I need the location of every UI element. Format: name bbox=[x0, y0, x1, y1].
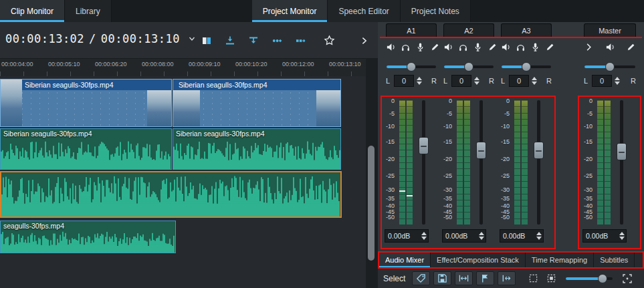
channel-tab[interactable]: A2 bbox=[443, 23, 494, 37]
pan-spinner[interactable] bbox=[417, 77, 422, 85]
place-zone-icon[interactable] bbox=[247, 35, 259, 47]
zoom-selection-icon[interactable] bbox=[526, 271, 540, 285]
monitor-headphones-icon[interactable] bbox=[458, 42, 468, 52]
timeline-ruler[interactable]: 00:00:04:0000:00:05:1000:00:06:2000:00:0… bbox=[0, 59, 366, 76]
pan-spinner[interactable] bbox=[474, 77, 479, 85]
chevron-down-icon[interactable] bbox=[188, 35, 196, 43]
timeline-vertical-scrollbar[interactable] bbox=[366, 59, 378, 288]
gain-box[interactable]: 0.00dB bbox=[442, 229, 486, 243]
pan-knob[interactable] bbox=[464, 62, 473, 71]
audio-clip-selected[interactable] bbox=[0, 171, 342, 218]
db-scale: 0-5-10-15-20-25-30-35-40-45-50 bbox=[498, 98, 511, 229]
record-mic-icon[interactable] bbox=[473, 42, 483, 52]
clip-title: Siberian seagulls-30fps.mp4 bbox=[1, 80, 171, 90]
db-scale-label: 0 bbox=[506, 98, 510, 104]
edit-mode-label[interactable]: Select bbox=[383, 274, 405, 283]
monitor-headphones-icon[interactable] bbox=[516, 42, 526, 52]
volume-fader[interactable] bbox=[537, 100, 540, 225]
volume-fader[interactable] bbox=[620, 100, 623, 225]
tab-audio-mixer[interactable]: Audio Mixer bbox=[379, 253, 431, 267]
tab-clip-monitor[interactable]: Clip Monitor bbox=[0, 0, 65, 22]
gain-box[interactable]: 0.00dB bbox=[385, 229, 429, 243]
fader-handle[interactable] bbox=[476, 142, 486, 159]
tab-effect-composition-stack[interactable]: Effect/Composition Stack bbox=[431, 253, 526, 267]
chevron-right-icon[interactable] bbox=[358, 35, 370, 47]
gain-spinner[interactable] bbox=[536, 232, 542, 240]
save-icon[interactable] bbox=[433, 271, 451, 285]
fader-handle[interactable] bbox=[534, 142, 544, 159]
overwrite-zone-icon[interactable] bbox=[294, 35, 306, 47]
pan-value[interactable]: 0 bbox=[451, 75, 471, 87]
pan-slider[interactable] bbox=[502, 62, 551, 71]
channel-tab[interactable]: Master bbox=[584, 23, 636, 37]
mute-icon[interactable] bbox=[501, 42, 511, 52]
video-clip[interactable]: Siberian seagulls-30fps.mp4 bbox=[173, 79, 341, 127]
tag-icon[interactable] bbox=[412, 271, 430, 285]
collapse-chevron-icon[interactable] bbox=[584, 42, 594, 52]
pan-value[interactable]: 0 bbox=[394, 75, 414, 87]
pan-slider[interactable] bbox=[584, 62, 635, 71]
mix-clips-icon[interactable] bbox=[201, 35, 213, 47]
pan-value[interactable]: 0 bbox=[592, 75, 612, 87]
audio-clip[interactable]: Siberian seagulls-30fps.mp4 bbox=[0, 128, 172, 170]
gain-spinner[interactable] bbox=[619, 232, 625, 240]
tab-project-notes[interactable]: Project Notes bbox=[401, 0, 471, 22]
tab-project-monitor[interactable]: Project Monitor bbox=[252, 0, 328, 22]
spacer-resize-icon[interactable] bbox=[455, 271, 473, 285]
timecode-display[interactable]: 00:00:13:02 / 00:00:13:10 bbox=[5, 32, 196, 45]
zoom-slider[interactable] bbox=[566, 274, 613, 283]
meter-bar-right bbox=[605, 100, 611, 225]
video-clip[interactable]: Siberian seagulls-30fps.mp4 bbox=[0, 79, 172, 127]
tab-time-remapping[interactable]: Time Remapping bbox=[526, 253, 594, 267]
clip-title: Siberian seagulls-30fps.mp4 bbox=[173, 80, 340, 90]
insert-zone-icon[interactable] bbox=[224, 35, 236, 47]
tab-subtitles[interactable]: Subtitles bbox=[594, 253, 635, 267]
effects-pen-icon[interactable] bbox=[488, 42, 498, 52]
pan-value[interactable]: 0 bbox=[509, 75, 529, 87]
record-mic-icon[interactable] bbox=[415, 42, 425, 52]
pan-left-label: L bbox=[501, 77, 505, 85]
channel-tab[interactable]: A3 bbox=[501, 23, 552, 37]
gain-box[interactable]: 0.00dB bbox=[582, 229, 627, 243]
fader-handle[interactable] bbox=[419, 137, 429, 154]
zoom-fit-icon[interactable] bbox=[544, 271, 558, 285]
effects-pen-icon[interactable] bbox=[430, 42, 440, 52]
gain-spinner[interactable] bbox=[479, 232, 484, 240]
fit-zoom-icon[interactable] bbox=[620, 271, 635, 285]
scrollbar-thumb[interactable] bbox=[368, 146, 374, 261]
pan-spinner[interactable] bbox=[532, 77, 537, 85]
mute-icon[interactable] bbox=[386, 42, 396, 52]
ruler-labels: 00:00:04:0000:00:05:1000:00:06:2000:00:0… bbox=[0, 59, 366, 67]
gain-spinner[interactable] bbox=[421, 232, 427, 240]
mute-icon[interactable] bbox=[605, 42, 615, 52]
tab-speech-editor[interactable]: Speech Editor bbox=[328, 0, 400, 22]
pan-knob[interactable] bbox=[605, 62, 615, 71]
audio-clip[interactable]: seagulls-30fps.mp4 bbox=[0, 221, 176, 253]
volume-fader[interactable] bbox=[479, 100, 483, 225]
volume-fader[interactable] bbox=[422, 100, 425, 225]
extract-zone-icon[interactable] bbox=[271, 35, 283, 47]
monitor-headphones-icon[interactable] bbox=[401, 42, 411, 52]
audio-clip[interactable]: Siberian seagulls-30fps.mp4 bbox=[173, 128, 341, 170]
marker-flag-icon[interactable] bbox=[476, 271, 494, 285]
effects-pen-icon[interactable] bbox=[545, 42, 555, 52]
pan-knob[interactable] bbox=[522, 62, 531, 71]
effects-pen-icon[interactable] bbox=[626, 42, 636, 52]
pan-spinner[interactable] bbox=[615, 77, 620, 85]
pan-right-label: R bbox=[489, 77, 494, 85]
fader-handle[interactable] bbox=[617, 143, 627, 160]
zoom-knob[interactable] bbox=[598, 274, 607, 283]
db-scale-label: -20 bbox=[386, 156, 395, 162]
favorite-star-icon[interactable] bbox=[323, 35, 335, 47]
timeline-tracks[interactable]: Siberian seagulls-30fps.mp4 Siberian sea… bbox=[0, 76, 366, 288]
mix-transition-icon[interactable] bbox=[498, 271, 516, 285]
tab-library[interactable]: Library bbox=[65, 0, 112, 22]
channel-tab[interactable]: A1 bbox=[386, 23, 437, 37]
record-mic-icon[interactable] bbox=[530, 42, 540, 52]
strip-icon-row bbox=[501, 41, 552, 53]
pan-slider[interactable] bbox=[387, 62, 436, 71]
pan-slider[interactable] bbox=[444, 62, 494, 71]
mute-icon[interactable] bbox=[443, 42, 453, 52]
gain-box[interactable]: 0.00dB bbox=[500, 229, 544, 243]
pan-knob[interactable] bbox=[407, 62, 416, 71]
